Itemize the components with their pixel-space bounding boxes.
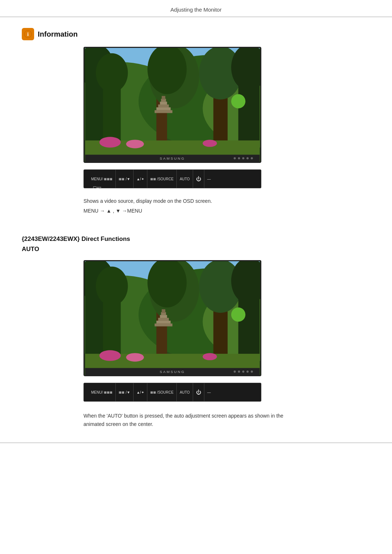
eq-down-button-1[interactable]: ▦▦/▼	[116, 170, 134, 188]
svg-point-31	[234, 157, 236, 159]
svg-point-26	[126, 140, 144, 148]
menu-path: MENU → ▲ , ▼ →MENU	[83, 208, 370, 214]
monitor-image-2: SAMSUNG	[83, 260, 370, 376]
direct-functions-section: {2243EW/2243EWX} Direct Functions AUTO	[22, 235, 370, 428]
page-header: Adjusting the Monitor	[0, 0, 392, 17]
svg-point-69	[251, 371, 253, 373]
svg-point-67	[242, 371, 244, 373]
menu-button-2[interactable]: MENU/▦▦▦	[88, 383, 116, 401]
source-button-1[interactable]: ▦▦/SOURCE	[147, 170, 177, 188]
svg-rect-53	[156, 321, 171, 324]
svg-point-34	[246, 157, 249, 159]
information-section: i Information	[22, 28, 370, 225]
svg-text:SAMSUNG: SAMSUNG	[160, 370, 185, 374]
svg-rect-23	[162, 96, 166, 99]
svg-point-27	[203, 140, 217, 147]
svg-rect-20	[158, 104, 169, 107]
minus-button-2[interactable]: —	[204, 383, 214, 401]
control-bar-1: MENU/▦▦▦ ▦▦/▼ ▲/✦ ▦▦/SOURCE AUTO ⏻ —	[83, 169, 261, 188]
control-bar-container-2: MENU/▦▦▦ ▦▦/▼ ▲/✦ ▦▦/SOURCE AUTO ⏻ —	[83, 383, 370, 402]
up-bright-button-1[interactable]: ▲/✦	[134, 170, 147, 188]
svg-point-65	[234, 371, 236, 373]
monitor-screen-1: SAMSUNG	[83, 47, 261, 163]
svg-point-33	[242, 157, 244, 159]
svg-rect-19	[156, 107, 171, 110]
svg-point-28	[231, 94, 245, 108]
svg-point-32	[238, 157, 240, 159]
svg-point-60	[126, 353, 144, 362]
info-svg-icon: i	[24, 30, 32, 38]
svg-point-66	[238, 371, 240, 373]
minus-button-1[interactable]: —	[204, 170, 214, 188]
monitor-screen-2: SAMSUNG	[83, 260, 261, 376]
svg-rect-18	[155, 110, 172, 113]
control-bar-container-1: MENU/▦▦▦ ▦▦/▼ ▲/✦ ▦▦/SOURCE AUTO ⏻ — ☜	[83, 169, 370, 188]
garden-scene-2: SAMSUNG	[85, 261, 260, 375]
svg-rect-54	[158, 318, 169, 321]
auto-description: When the 'AUTO' button is pressed, the a…	[83, 412, 301, 428]
svg-point-61	[203, 353, 217, 361]
svg-rect-55	[160, 315, 167, 318]
svg-point-10	[96, 53, 128, 93]
svg-text:i: i	[27, 32, 29, 37]
svg-point-25	[99, 137, 121, 147]
power-button-1[interactable]: ⏻	[193, 170, 204, 188]
svg-rect-57	[162, 309, 166, 313]
direct-functions-title: {2243EW/2243EWX} Direct Functions	[22, 235, 370, 243]
info-icon: i	[22, 28, 34, 40]
auto-button-2[interactable]: AUTO	[177, 383, 193, 401]
svg-point-44	[96, 267, 128, 306]
auto-button-1[interactable]: AUTO	[177, 170, 193, 188]
garden-scene-1: SAMSUNG	[85, 48, 260, 162]
source-button-2[interactable]: ▦▦/SOURCE	[147, 383, 177, 401]
svg-rect-52	[155, 324, 172, 327]
auto-label: AUTO	[22, 246, 370, 253]
info-section-title: Information	[38, 30, 78, 38]
svg-point-35	[251, 157, 253, 159]
svg-rect-21	[160, 102, 167, 104]
svg-point-62	[231, 308, 245, 322]
eq-down-button-2[interactable]: ▦▦/▼	[116, 383, 134, 401]
info-header: i Information	[22, 28, 370, 40]
info-description: Shows a video source, display mode on th…	[83, 197, 370, 205]
svg-point-59	[99, 350, 121, 361]
up-bright-button-2[interactable]: ▲/✦	[134, 383, 147, 401]
header-title: Adjusting the Monitor	[171, 7, 222, 13]
svg-point-68	[246, 371, 249, 373]
power-button-2[interactable]: ⏻	[193, 383, 204, 401]
page-footer	[0, 443, 392, 443]
hand-cursor-1: ☜	[92, 182, 102, 195]
control-bar-2: MENU/▦▦▦ ▦▦/▼ ▲/✦ ▦▦/SOURCE AUTO ⏻ —	[83, 383, 261, 402]
monitor-image-1: SAMSUNG	[83, 47, 370, 163]
svg-text:SAMSUNG: SAMSUNG	[160, 156, 185, 160]
